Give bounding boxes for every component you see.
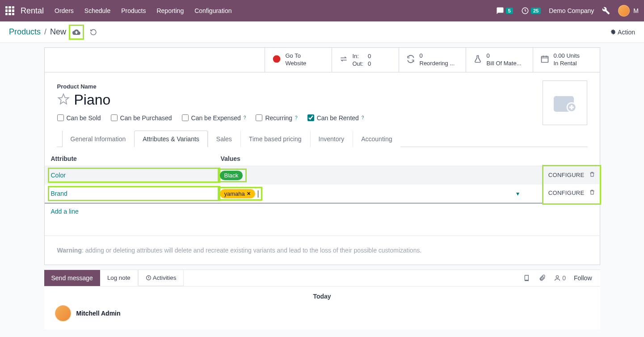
refresh-icon [406, 55, 415, 65]
breadcrumb: Products / New [9, 27, 66, 37]
log-note-button[interactable]: Log note [100, 270, 138, 286]
svg-rect-2 [541, 57, 548, 63]
warning-label: Warning [57, 247, 82, 254]
nav-configuration[interactable]: Configuration [194, 7, 232, 14]
stat-in-out[interactable]: In:0 Out:0 [332, 48, 399, 72]
value-tag-yamaha[interactable]: yamaha ✕ [220, 189, 255, 198]
svg-point-1 [273, 55, 280, 63]
breadcrumb-bar: Products / New Action [0, 21, 644, 43]
activity-icon[interactable]: 25 [521, 7, 541, 15]
topbar-right: 5 25 Demo Company M [496, 5, 639, 17]
trash-icon[interactable] [589, 189, 595, 197]
discard-button[interactable] [87, 25, 100, 39]
activities-button[interactable]: Activities [138, 270, 184, 286]
breadcrumb-actions [70, 25, 100, 39]
action-menu[interactable]: Action [610, 29, 635, 36]
tab-inventory[interactable]: Inventory [310, 131, 353, 147]
attribute-row: Brand yamaha ✕ ▾ [45, 185, 543, 203]
warning-text: : adding or deleting attributes will del… [82, 247, 421, 254]
stat-buttons: Go To Website In:0 Out:0 0 R [45, 48, 600, 72]
globe-icon [272, 55, 281, 65]
app-brand[interactable]: Rental [21, 6, 44, 16]
can-be-sold-checkbox[interactable]: Can be Sold [57, 114, 101, 122]
svg-point-5 [556, 275, 559, 278]
help-icon[interactable]: ? [295, 115, 298, 120]
stat-value: 0 [368, 53, 371, 59]
message-avatar[interactable] [55, 305, 71, 321]
trash-icon[interactable] [589, 171, 595, 179]
recurring-checkbox[interactable]: Recurring? [256, 114, 297, 122]
activity-count-badge: 25 [531, 8, 541, 14]
book-icon[interactable] [523, 274, 530, 282]
debug-icon[interactable] [602, 7, 610, 15]
chatter-message: Mitchell Admin [44, 303, 600, 329]
nav-products[interactable]: Products [121, 7, 146, 14]
dropdown-caret-icon[interactable]: ▾ [516, 190, 519, 197]
stat-value: 0 [368, 60, 371, 67]
stat-in-rental[interactable]: 0.00 Units In Rental [533, 48, 600, 72]
help-icon[interactable]: ? [244, 115, 246, 120]
tab-attributes-variants[interactable]: Attributes & Variants [134, 131, 208, 147]
tab-time-based-pricing[interactable]: Time based pricing [240, 131, 310, 147]
chat-icon[interactable]: 5 [496, 7, 513, 15]
user-avatar[interactable] [618, 5, 630, 17]
send-message-button[interactable]: Send message [44, 270, 100, 286]
follow-button[interactable]: Follow [574, 274, 592, 282]
company-name[interactable]: Demo Company [549, 7, 594, 14]
user-initial: M [633, 7, 639, 14]
product-flags: Can be Sold Can be Purchased Can be Expe… [57, 114, 587, 122]
values-input-cursor[interactable] [258, 190, 258, 198]
message-author: Mitchell Admin [76, 310, 121, 317]
stat-value: 0.00 Units [554, 52, 580, 60]
add-a-line[interactable]: Add a line [45, 203, 85, 219]
configure-button[interactable]: CONFIGURE [548, 172, 585, 178]
can-be-expensed-checkbox[interactable]: Can be Expensed? [182, 114, 246, 122]
remove-tag-icon[interactable]: ✕ [247, 191, 251, 197]
save-cloud-button[interactable] [70, 25, 83, 39]
nav-reporting[interactable]: Reporting [156, 7, 184, 14]
favorite-star-icon[interactable] [57, 93, 70, 107]
action-label: Action [618, 29, 635, 36]
product-image-placeholder[interactable] [543, 80, 587, 125]
chatter: Send message Log note Activities 0 Follo… [44, 270, 600, 329]
col-header-values: Values [221, 155, 535, 162]
help-icon[interactable]: ? [362, 115, 364, 120]
stat-label: In: [353, 53, 364, 59]
value-tag-black[interactable]: Black [220, 171, 243, 180]
can-be-purchased-checkbox[interactable]: Can be Purchased [111, 114, 172, 122]
product-name-label: Product Name [57, 83, 587, 90]
calendar-icon [540, 55, 549, 65]
breadcrumb-root[interactable]: Products [9, 27, 41, 37]
stat-value: 0 [487, 52, 522, 60]
chatter-icons: 0 Follow [523, 274, 600, 282]
product-name-value[interactable]: Piano [74, 92, 111, 108]
apps-icon[interactable] [5, 6, 14, 15]
form-sheet: Go To Website In:0 Out:0 0 R [44, 47, 600, 265]
configure-button[interactable]: CONFIGURE [548, 190, 585, 196]
chatter-today: Today [44, 286, 600, 303]
nav-orders[interactable]: Orders [55, 7, 74, 14]
stat-label: Reordering ... [420, 60, 455, 67]
attribute-link-color[interactable]: Color [51, 172, 66, 179]
transfer-icon [339, 55, 348, 65]
can-be-rented-checkbox[interactable]: Can be Rented? [307, 114, 364, 122]
nav-schedule[interactable]: Schedule [84, 7, 110, 14]
stat-go-to-website[interactable]: Go To Website [265, 48, 332, 72]
stat-label: Bill Of Mate... [487, 60, 522, 67]
stat-label: Go To [286, 52, 307, 60]
form-tabs: General Information Attributes & Variant… [57, 131, 588, 147]
tab-accounting[interactable]: Accounting [353, 131, 400, 147]
stat-reordering[interactable]: 0 Reordering ... [399, 48, 466, 72]
tab-general-information[interactable]: General Information [62, 131, 135, 147]
col-header-attribute: Attribute [51, 155, 221, 162]
attribute-row: Color Black [45, 166, 543, 185]
attribute-link-brand[interactable]: Brand [51, 190, 67, 197]
attachment-icon[interactable] [539, 274, 546, 282]
stat-label: Website [286, 60, 307, 67]
breadcrumb-current: New [50, 27, 66, 37]
tab-sales[interactable]: Sales [208, 131, 240, 147]
chat-count-badge: 5 [506, 8, 513, 14]
followers-icon[interactable]: 0 [554, 274, 566, 282]
stat-bom[interactable]: 0 Bill Of Mate... [466, 48, 533, 72]
top-nav: Orders Schedule Products Reporting Confi… [55, 7, 232, 14]
